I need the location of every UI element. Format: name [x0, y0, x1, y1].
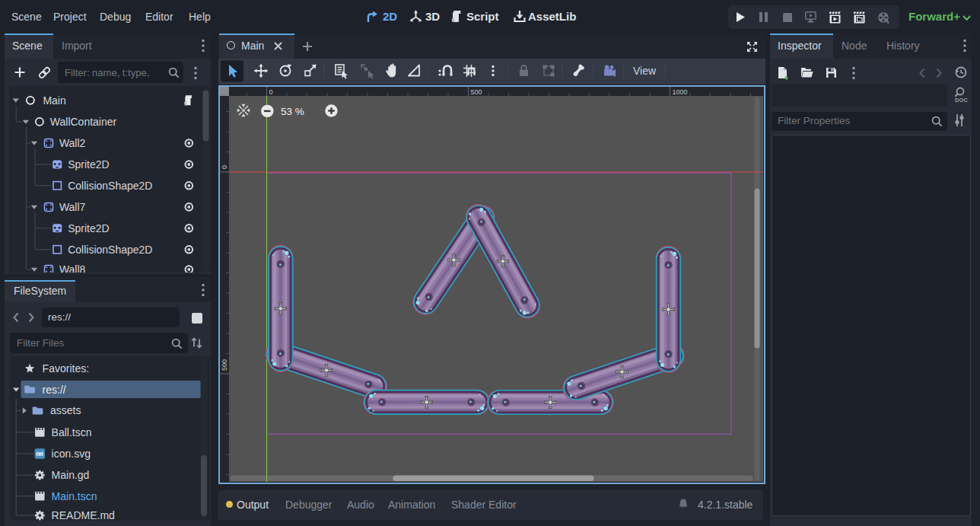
svg-text:View: View — [633, 65, 657, 77]
svg-text:DOC: DOC — [955, 97, 968, 104]
svg-text:icon.svg: icon.svg — [52, 448, 91, 460]
svg-text:Main: Main — [43, 94, 65, 107]
svg-text:53 %: 53 % — [281, 106, 304, 117]
svg-text:Favorites:: Favorites: — [43, 362, 89, 375]
svg-text:CollisionShape2D: CollisionShape2D — [68, 180, 152, 192]
svg-text:500: 500 — [221, 359, 228, 371]
svg-text:README.md: README.md — [52, 509, 115, 521]
svg-text:Sprite2D: Sprite2D — [68, 158, 109, 171]
svg-text:Main.tscn: Main.tscn — [52, 490, 97, 502]
svg-text:500: 500 — [471, 88, 482, 96]
svg-text:WallContainer: WallContainer — [50, 116, 117, 128]
svg-text:Ball.tscn: Ball.tscn — [52, 426, 92, 438]
svg-text:Sprite2D: Sprite2D — [68, 222, 109, 234]
svg-text:Wall7: Wall7 — [59, 201, 86, 213]
svg-text:res://: res:// — [43, 384, 66, 396]
svg-text:Wall2: Wall2 — [59, 137, 86, 149]
svg-text:assets: assets — [50, 404, 81, 416]
svg-text:CollisionShape2D: CollisionShape2D — [68, 244, 152, 256]
svg-text:Wall8: Wall8 — [59, 263, 86, 273]
svg-text:Main.gd: Main.gd — [52, 469, 90, 481]
svg-text:1000: 1000 — [673, 88, 688, 96]
svg-text:0: 0 — [269, 88, 273, 96]
svg-text:0: 0 — [221, 165, 228, 169]
